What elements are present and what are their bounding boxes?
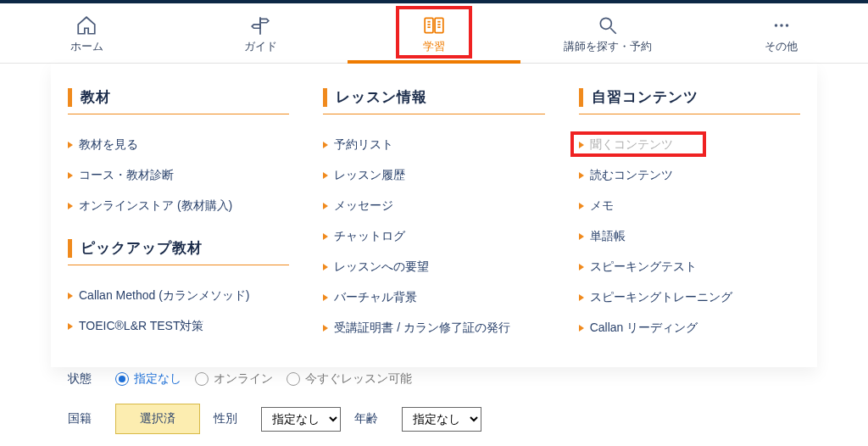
section-header-selfstudy: 自習コンテンツ: [579, 87, 800, 107]
signpost-icon: [249, 14, 271, 37]
dropdown-col-3: 自習コンテンツ 聞くコンテンツ 読むコンテンツ メモ 単語帳 スピーキングテスト…: [579, 87, 800, 343]
caret-icon: [68, 172, 73, 179]
radio-icon: [287, 372, 300, 386]
accent-bar: [579, 88, 583, 107]
radio-text: 指定なし: [134, 371, 181, 387]
menu-text: 予約リスト: [334, 137, 393, 153]
radio-status-none[interactable]: 指定なし: [115, 371, 181, 387]
section-divider: [68, 114, 289, 114]
menu-text: バーチャル背景: [334, 290, 417, 305]
dropdown-col-2: レッスン情報 予約リスト レッスン履歴 メッセージ チャットログ レッスンへの要…: [323, 87, 544, 343]
age-select[interactable]: 指定なし: [402, 407, 481, 432]
nav-label: ホーム: [70, 39, 103, 54]
menu-item-callan-reading[interactable]: Callan リーディング: [579, 313, 800, 343]
nav-label: ガイド: [244, 39, 277, 54]
accent-bar: [68, 88, 72, 107]
caret-icon: [323, 233, 328, 240]
radio-status-online[interactable]: オンライン: [195, 371, 273, 387]
section-divider: [68, 265, 289, 265]
section-header-pickup: ピックアップ教材: [68, 238, 289, 258]
menu-text: TOEIC®L&R TEST対策: [79, 319, 204, 334]
menu-text: スピーキングテスト: [590, 259, 697, 275]
svg-rect-1: [425, 18, 433, 32]
caret-icon: [579, 325, 584, 332]
menu-item-virtual-bg[interactable]: バーチャル背景: [323, 282, 544, 313]
filter-row-status: 状態 指定なし オンライン 今すぐレッスン可能: [51, 363, 817, 395]
menu-item-speaking-test[interactable]: スピーキングテスト: [579, 252, 800, 282]
nav-item-tutors[interactable]: 講師を探す・予約: [520, 3, 694, 63]
svg-rect-2: [435, 18, 443, 32]
svg-point-11: [774, 24, 776, 26]
caret-icon: [68, 142, 73, 148]
nav-label: その他: [765, 39, 798, 54]
home-icon: [75, 14, 97, 37]
section-title: ピックアップ教材: [81, 238, 203, 258]
section-title: レッスン情報: [336, 87, 427, 107]
book-icon: [423, 14, 445, 37]
caret-icon: [323, 172, 328, 179]
menu-text: 聞くコンテンツ: [590, 137, 673, 153]
nav-item-guide[interactable]: ガイド: [174, 3, 348, 63]
caret-icon: [323, 264, 328, 270]
filter-label-status: 状態: [68, 371, 102, 387]
caret-icon: [323, 142, 328, 148]
caret-icon: [579, 172, 584, 179]
menu-text: チャットログ: [334, 229, 405, 244]
menu-item-speaking-training[interactable]: スピーキングトレーニング: [579, 282, 800, 313]
menu-item-callan[interactable]: Callan Method (カランメソッド): [68, 281, 289, 311]
menu-text: 読むコンテンツ: [590, 168, 673, 183]
section-header-lesson-info: レッスン情報: [323, 87, 544, 107]
menu-text: 受講証明書 / カラン修了証の発行: [334, 321, 510, 336]
nav-item-other[interactable]: その他: [694, 3, 868, 63]
section-divider: [323, 114, 544, 114]
section-title: 自習コンテンツ: [592, 87, 698, 107]
caret-icon: [323, 325, 328, 332]
menu-item-view-materials[interactable]: 教材を見る: [68, 130, 289, 160]
section-divider: [579, 114, 800, 114]
menu-text: メモ: [590, 198, 614, 214]
svg-point-13: [785, 24, 787, 26]
filter-label-age: 年齢: [354, 411, 388, 426]
menu-item-lesson-history[interactable]: レッスン履歴: [323, 160, 544, 191]
menu-text: コース・教材診断: [79, 168, 174, 183]
radio-icon: [195, 372, 209, 386]
nav-item-home[interactable]: ホーム: [0, 3, 174, 63]
menu-item-chat-log[interactable]: チャットログ: [323, 221, 544, 252]
menu-item-listening[interactable]: 聞くコンテンツ: [579, 130, 800, 160]
dropdown-col-1: 教材 教材を見る コース・教材診断 オンラインストア (教材購入) ピックアップ…: [68, 87, 289, 343]
nav-item-study[interactable]: 学習: [348, 3, 521, 63]
menu-item-memo[interactable]: メモ: [579, 191, 800, 221]
menu-item-reading[interactable]: 読むコンテンツ: [579, 160, 800, 191]
svg-point-12: [780, 24, 782, 26]
caret-icon: [579, 264, 584, 270]
caret-icon: [68, 323, 73, 330]
menu-item-reservation-list[interactable]: 予約リスト: [323, 130, 544, 160]
nav-label: 学習: [423, 39, 445, 54]
caret-icon: [323, 203, 328, 209]
menu-item-certificate[interactable]: 受講証明書 / カラン修了証の発行: [323, 313, 544, 343]
menu-item-wordbook[interactable]: 単語帳: [579, 221, 800, 252]
menu-text: レッスン履歴: [334, 168, 405, 183]
menu-text: Callan Method (カランメソッド): [79, 288, 250, 304]
radio-icon: [115, 372, 129, 386]
filter-label-gender: 性別: [214, 411, 248, 426]
radio-status-available[interactable]: 今すぐレッスン可能: [287, 371, 412, 387]
menu-item-messages[interactable]: メッセージ: [323, 191, 544, 221]
menu-text: スピーキングトレーニング: [590, 290, 732, 305]
accent-bar: [68, 239, 72, 258]
gender-select[interactable]: 指定なし: [261, 407, 341, 432]
menu-text: 単語帳: [590, 229, 626, 244]
menu-item-course-diagnosis[interactable]: コース・教材診断: [68, 160, 289, 191]
menu-item-toeic[interactable]: TOEIC®L&R TEST対策: [68, 311, 289, 342]
menu-item-lesson-requests[interactable]: レッスンへの要望: [323, 252, 544, 282]
accent-bar: [323, 88, 327, 107]
caret-icon: [579, 142, 584, 148]
caret-icon: [579, 233, 584, 240]
nationality-button[interactable]: 選択済: [115, 404, 200, 434]
menu-item-online-store[interactable]: オンラインストア (教材購入): [68, 191, 289, 221]
radio-text: オンライン: [214, 371, 273, 387]
caret-icon: [68, 293, 73, 299]
filter-label-nationality: 国籍: [68, 411, 102, 426]
menu-text: メッセージ: [334, 198, 393, 214]
svg-point-9: [600, 18, 611, 29]
